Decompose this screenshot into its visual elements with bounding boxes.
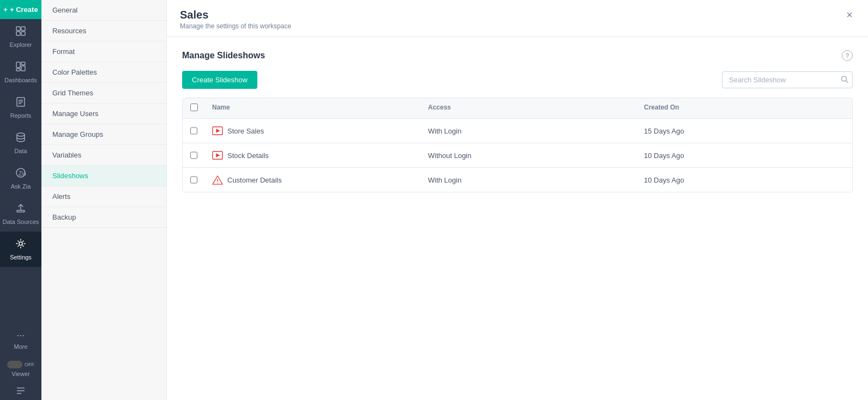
svg-point-16: [19, 242, 22, 245]
collapse-button[interactable]: [0, 381, 41, 400]
row-name: Customer Details: [204, 168, 420, 192]
row-select-checkbox[interactable]: [190, 176, 197, 184]
sidebar-item-label: Data: [14, 148, 27, 154]
row-created-on: 10 Days Ago: [636, 169, 852, 191]
table-header: Name Access Created On: [183, 98, 852, 119]
row-created-on: 15 Days Ago: [636, 120, 852, 142]
svg-text:Zia: Zia: [19, 171, 26, 177]
main-content: Sales Manage the settings of this worksp…: [167, 0, 868, 400]
col-name: Name: [204, 98, 420, 118]
svg-rect-15: [17, 210, 25, 212]
svg-marker-25: [216, 153, 220, 157]
sidebar: + + Create Explorer Dashboards Reports: [0, 0, 41, 400]
svg-rect-1: [21, 27, 25, 31]
sidebar-item-reports[interactable]: Reports: [0, 90, 41, 125]
settings-nav: General Resources Format Color Palettes …: [41, 0, 167, 400]
sidebar-item-data-sources[interactable]: Data Sources: [0, 196, 41, 232]
sidebar-item-label: Settings: [10, 254, 32, 260]
sidebar-item-more[interactable]: ··· More: [0, 323, 41, 356]
create-slideshow-button[interactable]: Create Slideshow: [182, 71, 257, 89]
workspace-subtitle: Manage the settings of this workspace: [180, 22, 291, 30]
data-icon: [15, 132, 26, 146]
nav-item-alerts[interactable]: Alerts: [41, 186, 166, 207]
viewer-toggle-switch[interactable]: [7, 361, 22, 368]
row-checkbox: [183, 169, 204, 190]
table-row: Store Sales With Login 15 Days Ago: [183, 119, 852, 143]
sidebar-bottom: ··· More OFF Viewer: [0, 323, 41, 400]
plus-icon: +: [3, 5, 8, 14]
sidebar-item-ask-zia[interactable]: Zia Ask Zia: [0, 161, 41, 196]
viewer-toggle-label: OFF: [25, 362, 34, 367]
sidebar-item-label: More: [14, 343, 27, 350]
row-select-checkbox[interactable]: [190, 127, 197, 135]
row-created-on: 10 Days Ago: [636, 145, 852, 166]
col-checkbox: [183, 98, 204, 118]
nav-item-general[interactable]: General: [41, 0, 166, 21]
more-icon: ···: [16, 330, 25, 341]
sidebar-item-dashboards[interactable]: Dashboards: [0, 54, 41, 90]
header-left: Sales Manage the settings of this worksp…: [180, 9, 291, 30]
dashboards-icon: [15, 61, 26, 75]
slideshows-table: Name Access Created On: [182, 98, 853, 192]
col-created-on: Created On: [636, 98, 852, 118]
sidebar-item-viewer[interactable]: OFF Viewer: [0, 356, 41, 381]
row-checkbox: [183, 145, 204, 166]
main-header: Sales Manage the settings of this worksp…: [167, 0, 868, 37]
nav-item-slideshows[interactable]: Slideshows: [41, 166, 166, 186]
settings-icon: [15, 238, 26, 252]
play-icon: [212, 125, 223, 136]
nav-item-resources[interactable]: Resources: [41, 21, 166, 41]
nav-item-manage-users[interactable]: Manage Users: [41, 104, 166, 124]
svg-rect-4: [16, 62, 20, 68]
toolbar: Create Slideshow: [182, 71, 853, 89]
nav-item-color-palettes[interactable]: Color Palettes: [41, 62, 166, 83]
viewer-label: Viewer: [11, 371, 29, 377]
row-access: With Login: [420, 120, 636, 142]
help-icon[interactable]: ?: [842, 50, 853, 61]
row-name-text: Stock Details: [227, 151, 269, 160]
svg-rect-7: [16, 69, 20, 71]
nav-item-manage-groups[interactable]: Manage Groups: [41, 124, 166, 145]
create-button[interactable]: + + Create: [0, 0, 41, 19]
section-header: Manage Slideshows ?: [182, 50, 853, 61]
svg-rect-0: [16, 27, 20, 31]
ask-zia-icon: Zia: [15, 167, 26, 181]
viewer-toggle: OFF: [7, 361, 34, 368]
search-icon: [841, 75, 848, 84]
search-box: [722, 71, 853, 88]
nav-item-variables[interactable]: Variables: [41, 145, 166, 166]
sidebar-item-label: Ask Zia: [11, 183, 31, 190]
row-access: With Login: [420, 169, 636, 191]
svg-line-21: [846, 81, 848, 83]
create-label: + Create: [10, 5, 38, 14]
sidebar-item-label: Explorer: [10, 41, 32, 48]
row-access: Without Login: [420, 145, 636, 166]
row-name: Stock Details: [204, 143, 420, 167]
close-button[interactable]: ×: [844, 9, 855, 21]
nav-item-format[interactable]: Format: [41, 41, 166, 62]
nav-item-grid-themes[interactable]: Grid Themes: [41, 83, 166, 104]
section-title: Manage Slideshows: [182, 51, 265, 60]
sidebar-item-data[interactable]: Data: [0, 125, 41, 161]
svg-marker-23: [216, 129, 220, 132]
explorer-icon: [15, 26, 26, 39]
svg-rect-3: [21, 32, 25, 35]
sidebar-item-explorer[interactable]: Explorer: [0, 19, 41, 54]
row-name-text: Store Sales: [227, 127, 264, 135]
row-name-text: Customer Details: [227, 176, 282, 184]
svg-point-27: [217, 183, 218, 183]
sidebar-item-label: Dashboards: [4, 77, 37, 83]
search-input[interactable]: [722, 71, 853, 88]
sidebar-item-label: Data Sources: [3, 219, 39, 225]
row-select-checkbox[interactable]: [190, 151, 197, 159]
workspace-title: Sales: [180, 9, 291, 21]
table-row: Stock Details Without Login 10 Days Ago: [183, 143, 852, 168]
row-name: Store Sales: [204, 119, 420, 143]
nav-item-backup[interactable]: Backup: [41, 207, 166, 228]
svg-rect-2: [16, 32, 20, 35]
sidebar-item-settings[interactable]: Settings: [0, 232, 41, 267]
select-all-checkbox[interactable]: [190, 104, 198, 111]
table-row: Customer Details With Login 10 Days Ago: [183, 168, 852, 192]
reports-icon: [15, 96, 26, 110]
row-checkbox: [183, 120, 204, 141]
